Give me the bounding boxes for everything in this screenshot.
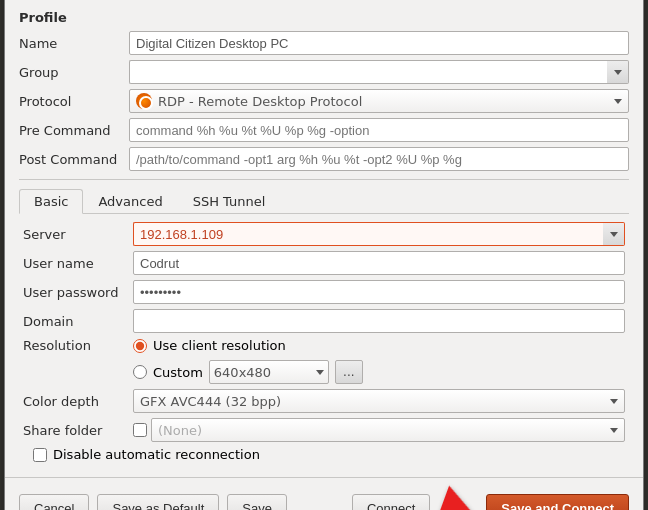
share-folder-label: Share folder [23, 423, 133, 438]
resolution-custom-arrow-icon [316, 370, 324, 375]
protocol-dropdown-text: RDP - Remote Desktop Protocol [136, 93, 362, 109]
domain-input[interactable] [133, 309, 625, 333]
protocol-row: Protocol RDP - Remote Desktop Protocol [19, 89, 629, 113]
post-command-input[interactable] [129, 147, 629, 171]
color-depth-arrow-icon [610, 399, 618, 404]
pre-command-row: Pre Command [19, 118, 629, 142]
divider [19, 179, 629, 180]
tab-advanced[interactable]: Advanced [83, 189, 177, 214]
connect-button[interactable]: Connect [352, 494, 430, 510]
post-command-label: Post Command [19, 152, 129, 167]
domain-row: Domain [23, 309, 625, 333]
domain-label: Domain [23, 314, 133, 329]
resolution-client-row: Use client resolution [133, 338, 363, 353]
disable-reconnect-label: Disable automatic reconnection [53, 447, 260, 462]
resolution-custom-row: Custom 640x480 ... [133, 360, 363, 384]
password-input[interactable] [133, 280, 625, 304]
server-row: Server [23, 222, 625, 246]
group-row: Group [19, 60, 629, 84]
password-label: User password [23, 285, 133, 300]
profile-section-label: Profile [19, 10, 629, 25]
cancel-button[interactable]: Cancel [19, 494, 89, 510]
main-window: Remote Desktop Preference ✕ Profile Name… [4, 0, 644, 510]
content-area: Profile Name Group Protocol RDP - Remote… [5, 0, 643, 477]
tab-basic-content: Server User name User password [19, 222, 629, 462]
username-label: User name [23, 256, 133, 271]
group-dropdown-container [129, 60, 629, 84]
disable-reconnect-group: Disable automatic reconnection [33, 447, 260, 462]
save-connect-button[interactable]: Save and Connect [486, 494, 629, 510]
share-folder-value: (None) [158, 423, 202, 438]
save-button[interactable]: Save [227, 494, 287, 510]
server-input[interactable] [133, 222, 603, 246]
color-depth-row: Color depth GFX AVC444 (32 bpp) [23, 389, 625, 413]
save-default-button[interactable]: Save as Default [97, 494, 219, 510]
resolution-client-radio[interactable] [133, 339, 147, 353]
group-dropdown-btn[interactable] [607, 60, 629, 84]
pre-command-label: Pre Command [19, 123, 129, 138]
tab-ssh-tunnel[interactable]: SSH Tunnel [178, 189, 281, 214]
resolution-custom-label: Custom [153, 365, 203, 380]
server-dropdown-arrow-icon [610, 232, 618, 237]
disable-reconnect-checkbox[interactable] [33, 448, 47, 462]
protocol-label: Protocol [19, 94, 129, 109]
arrow-indicator [438, 488, 478, 510]
rdp-icon [136, 93, 152, 109]
protocol-dropdown-arrow-icon [614, 99, 622, 104]
protocol-dropdown[interactable]: RDP - Remote Desktop Protocol [129, 89, 629, 113]
protocol-value: RDP - Remote Desktop Protocol [158, 94, 362, 109]
share-folder-arrow-icon [610, 428, 618, 433]
color-depth-label: Color depth [23, 394, 133, 409]
disable-reconnect-row: Disable automatic reconnection [23, 447, 625, 462]
share-folder-dropdown[interactable]: (None) [151, 418, 625, 442]
share-folder-controls: (None) [133, 418, 625, 442]
resolution-group: Use client resolution Custom 640x480 ... [133, 338, 363, 384]
tab-basic[interactable]: Basic [19, 189, 83, 214]
username-input[interactable] [133, 251, 625, 275]
color-depth-dropdown[interactable]: GFX AVC444 (32 bpp) [133, 389, 625, 413]
group-label: Group [19, 65, 129, 80]
resolution-custom-value: 640x480 [214, 365, 271, 380]
resolution-row: Resolution Use client resolution Custom … [23, 338, 625, 384]
color-depth-value: GFX AVC444 (32 bpp) [140, 394, 281, 409]
server-label: Server [23, 227, 133, 242]
resolution-custom-dropdown[interactable]: 640x480 [209, 360, 329, 384]
server-dropdown-btn[interactable] [603, 222, 625, 246]
share-folder-checkbox[interactable] [133, 423, 147, 437]
name-input[interactable] [129, 31, 629, 55]
red-arrow-icon [437, 486, 479, 510]
name-row: Name [19, 31, 629, 55]
resolution-custom-more-btn[interactable]: ... [335, 360, 363, 384]
resolution-client-label: Use client resolution [153, 338, 286, 353]
bottom-bar: Cancel Save as Default Save Connect Save… [5, 477, 643, 510]
group-input[interactable] [129, 60, 607, 84]
post-command-row: Post Command [19, 147, 629, 171]
name-label: Name [19, 36, 129, 51]
tabs-container: Basic Advanced SSH Tunnel [19, 188, 629, 214]
share-folder-row: Share folder (None) [23, 418, 625, 442]
group-dropdown-arrow-icon [614, 70, 622, 75]
username-row: User name [23, 251, 625, 275]
resolution-custom-radio[interactable] [133, 365, 147, 379]
server-dropdown-container [133, 222, 625, 246]
resolution-label: Resolution [23, 338, 133, 353]
pre-command-input[interactable] [129, 118, 629, 142]
password-row: User password [23, 280, 625, 304]
